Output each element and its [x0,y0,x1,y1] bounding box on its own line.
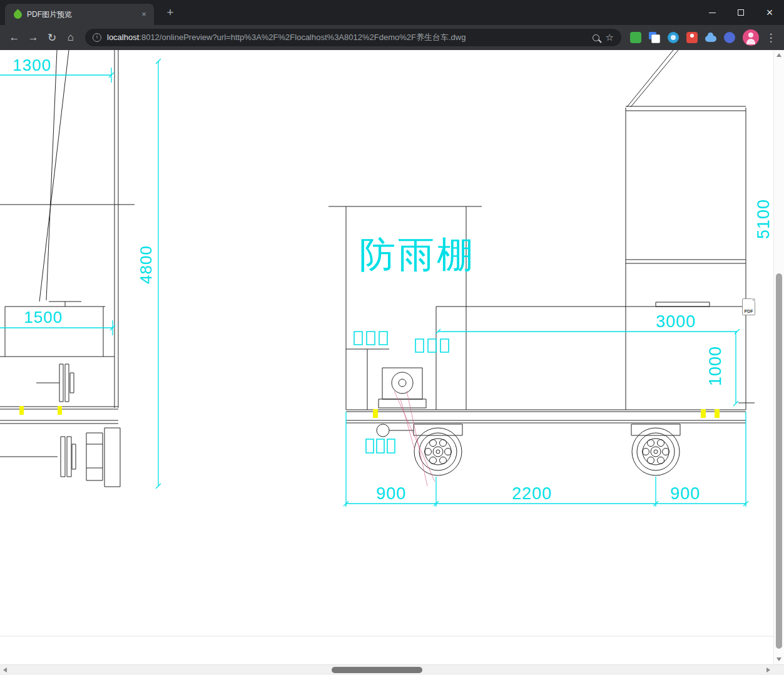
vertical-scrollbar-thumb[interactable] [776,273,782,649]
maximize-button[interactable] [726,0,755,25]
dim-2200-label: 2200 [512,484,552,503]
cad-drawing: 1300 4800 1500 防雨棚 5100 3000 1000 900 22… [0,50,773,664]
spring-leaf-favicon [12,9,23,20]
scroll-down-arrow-icon[interactable] [776,657,781,661]
main-area: 1300 4800 1500 防雨棚 5100 3000 1000 900 22… [0,50,784,664]
url-text[interactable]: localhost:8012/onlinePreview?url=http%3A… [107,32,588,43]
extension-icon-4[interactable] [683,28,701,47]
extension-icon-3[interactable] [664,28,683,47]
extension-icon-1[interactable] [626,28,645,47]
tab-title: PDF图片预览 [27,9,139,20]
blue-circle-extension-icon [668,32,679,43]
close-button[interactable]: × [755,0,784,25]
title-bar: PDF图片预览 × + × [0,0,784,25]
green-extension-icon [630,32,641,43]
minimize-button[interactable] [698,0,726,25]
translate-extension-icon [649,32,660,43]
dimension-lines [0,59,748,507]
home-button[interactable]: ⌂ [61,28,80,47]
left-end-view [0,50,135,487]
new-tab-button[interactable]: + [163,5,178,20]
rain-shelter-label: 防雨棚 [359,234,476,275]
extension-icon-5[interactable] [701,28,720,47]
maximize-icon [738,9,744,16]
bottom-bar [0,664,784,675]
extensions-area: ⋮ [626,28,779,47]
wheel-right [632,428,680,475]
back-button[interactable]: ← [5,28,24,47]
browser-tab[interactable]: PDF图片预览 × [5,4,154,25]
dim-4800-label: 4800 [136,245,155,284]
browser-toolbar: ← → ↻ ⌂ localhost:8012/onlinePreview?url… [0,25,784,50]
pdf-badge-text: PDF [745,309,753,313]
vertical-scrollbar[interactable] [773,50,784,664]
browser-window: PDF图片预览 × + × ← → ↻ ⌂ localhost:8012/onl… [0,0,784,675]
scroll-left-arrow-icon[interactable] [3,667,7,672]
profile-avatar[interactable] [743,29,759,46]
tab-close-icon[interactable]: × [139,9,149,19]
bookmark-star-icon[interactable]: ☆ [606,32,614,43]
extension-icon-2[interactable] [645,28,664,47]
dim-3000-label: 3000 [656,312,696,331]
pdf-file-icon[interactable]: PDF [742,298,755,315]
construction-lines [394,391,435,486]
dim-1500-label: 1500 [24,308,63,327]
url-host: localhost [107,33,139,42]
minimize-icon [709,13,716,13]
window-controls: × [698,0,784,25]
dim-900-left-label: 900 [376,484,406,503]
extension-icon-6[interactable] [720,28,739,47]
dim-5100-label: 5100 [754,199,773,239]
cyan-label-boxes [354,332,449,453]
scroll-up-arrow-icon[interactable] [776,53,781,57]
dim-900-right-label: 900 [670,484,700,503]
reload-button[interactable]: ↻ [43,28,61,47]
red-extension-icon [686,32,698,43]
horizontal-scrollbar[interactable] [0,664,773,675]
site-info-icon[interactable] [93,33,101,42]
dwg-preview-canvas: 1300 4800 1500 防雨棚 5100 3000 1000 900 22… [0,50,773,664]
cloud-extension-icon [705,36,716,42]
scroll-right-arrow-icon[interactable] [766,667,770,672]
address-bar[interactable]: localhost:8012/onlinePreview?url=http%3A… [85,29,621,46]
zoom-icon[interactable] [593,34,599,41]
dim-1300-label: 1300 [13,56,51,74]
horizontal-scrollbar-thumb[interactable] [332,667,422,673]
dim-1000-label: 1000 [706,346,725,386]
forward-button[interactable]: → [24,28,43,47]
url-path: :8012/onlinePreview?url=http%3A%2F%2Floc… [139,33,466,42]
more-menu-icon[interactable]: ⋮ [763,28,779,47]
shield-extension-icon [724,32,735,43]
scrollbar-corner [773,664,784,675]
